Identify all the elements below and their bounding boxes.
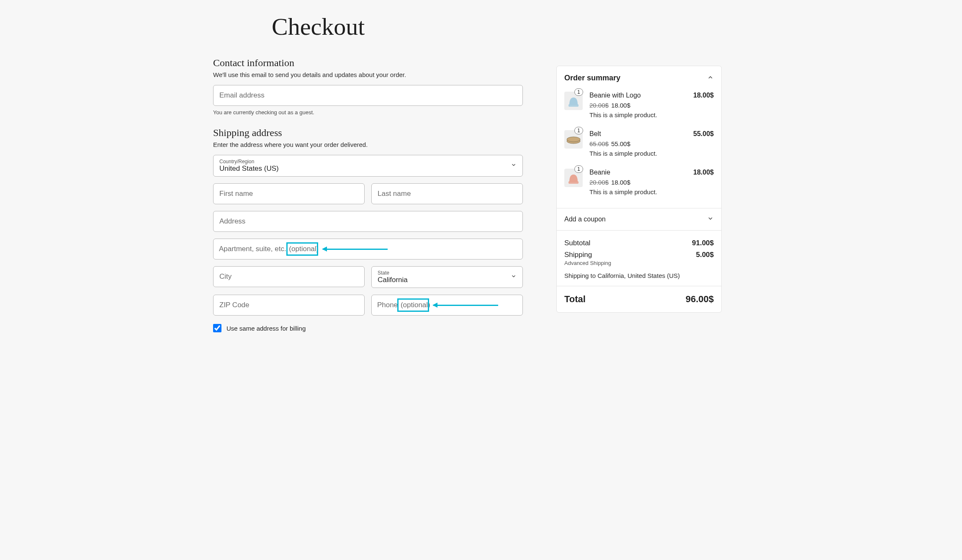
item-thumbnail: 1 [564, 169, 583, 187]
shipping-value: 5.00$ [696, 251, 714, 259]
page-title: Checkout [272, 13, 749, 41]
item-name: Beanie with Logo [589, 92, 641, 99]
shipping-method: Advanced Shipping [564, 260, 714, 266]
item-qty-badge: 1 [574, 165, 583, 173]
subtotal-value: 91.00$ [692, 239, 714, 247]
item-qty-badge: 1 [574, 127, 583, 134]
svg-rect-3 [568, 181, 579, 184]
item-qty-badge: 1 [574, 88, 583, 96]
item-thumbnail: 1 [564, 92, 583, 110]
contact-sub: We'll use this email to send you details… [213, 71, 523, 78]
summary-heading: Order summary [564, 74, 620, 82]
email-field[interactable] [213, 85, 523, 106]
cart-item: 1Belt55.00$65.00$55.00$This is a simple … [564, 126, 714, 164]
item-name: Beanie [589, 169, 610, 176]
item-line-price: 55.00$ [693, 130, 714, 138]
subtotal-label: Subtotal [564, 239, 590, 247]
state-value: California [378, 276, 408, 284]
cart-item: 1Beanie18.00$20.00$18.00$This is a simpl… [564, 164, 714, 203]
country-select[interactable]: Country/Region United States (US) [213, 155, 523, 177]
shipping-label: Shipping [564, 251, 592, 259]
total-value: 96.00$ [686, 294, 714, 305]
shipping-to: Shipping to California, United States (U… [564, 272, 714, 279]
svg-point-2 [567, 137, 580, 142]
same-billing-checkbox[interactable] [213, 324, 221, 332]
state-select[interactable]: State California [371, 266, 523, 288]
chevron-down-icon [707, 215, 714, 223]
chevron-down-icon [511, 162, 517, 170]
shipping-heading: Shipping address [213, 127, 523, 139]
item-thumbnail: 1 [564, 130, 583, 149]
country-value: United States (US) [219, 164, 279, 172]
chevron-up-icon [707, 74, 714, 82]
cart-item: 1Beanie with Logo18.00$20.00$18.00$This … [564, 87, 714, 126]
chevron-down-icon [511, 273, 517, 281]
coupon-label: Add a coupon [564, 216, 606, 223]
item-name: Belt [589, 130, 601, 138]
item-line-price: 18.00$ [693, 92, 714, 99]
order-summary: Order summary 1Beanie with Logo18.00$20.… [556, 66, 722, 313]
same-billing-label[interactable]: Use same address for billing [226, 325, 306, 332]
item-line-price: 18.00$ [693, 169, 714, 176]
phone-field[interactable] [371, 295, 523, 316]
zip-field[interactable] [213, 295, 365, 316]
item-desc: This is a simple product. [589, 111, 714, 118]
coupon-toggle[interactable]: Add a coupon [557, 208, 721, 231]
item-prices: 20.00$18.00$ [589, 179, 714, 186]
item-desc: This is a simple product. [589, 188, 714, 195]
apt-field[interactable] [213, 239, 523, 259]
item-desc: This is a simple product. [589, 150, 714, 157]
checkout-form: Contact information We'll use this email… [213, 57, 523, 332]
item-prices: 65.00$55.00$ [589, 140, 714, 147]
city-field[interactable] [213, 266, 365, 287]
state-label: State [378, 270, 517, 276]
total-label: Total [564, 294, 586, 305]
guest-note: You are currently checking out as a gues… [213, 109, 523, 116]
shipping-sub: Enter the address where you want your or… [213, 141, 523, 148]
country-label: Country/Region [219, 159, 517, 164]
last-name-field[interactable] [371, 183, 523, 204]
summary-header[interactable]: Order summary [557, 66, 721, 87]
item-prices: 20.00$18.00$ [589, 102, 714, 109]
first-name-field[interactable] [213, 183, 365, 204]
contact-heading: Contact information [213, 57, 523, 69]
address-field[interactable] [213, 211, 523, 232]
svg-rect-0 [568, 104, 579, 107]
